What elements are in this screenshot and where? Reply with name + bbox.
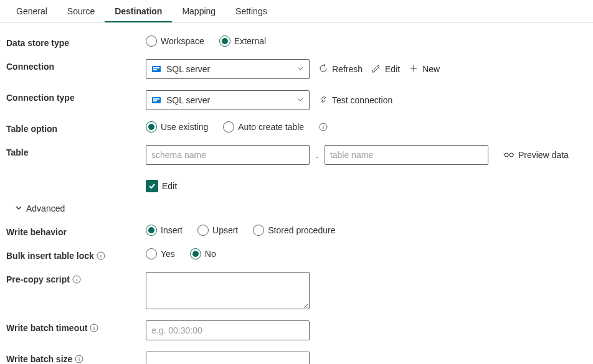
select-connection[interactable]: SQL server xyxy=(146,59,310,79)
info-icon[interactable] xyxy=(75,355,83,363)
new-button[interactable]: New xyxy=(409,63,440,75)
label-write-batch-timeout: Write batch timeout xyxy=(6,320,146,333)
radio-upsert[interactable]: Upsert xyxy=(197,225,238,236)
edit-checkbox-label: Edit xyxy=(162,181,177,191)
sql-server-icon xyxy=(151,64,161,74)
chevron-down-icon xyxy=(296,95,304,105)
pre-copy-script-input[interactable] xyxy=(146,272,310,309)
radio-external[interactable]: External xyxy=(219,35,266,47)
pencil-icon xyxy=(371,63,381,75)
label-pre-copy-script: Pre-copy script xyxy=(6,272,146,284)
edit-label: Edit xyxy=(385,64,400,74)
schema-name-input[interactable] xyxy=(146,145,310,165)
tab-settings[interactable]: Settings xyxy=(225,0,277,22)
radio-upsert-label: Upsert xyxy=(212,225,238,235)
test-connection-button[interactable]: Test connection xyxy=(318,95,392,106)
new-label: New xyxy=(422,64,440,74)
radio-yes-label: Yes xyxy=(161,249,175,259)
svg-rect-4 xyxy=(153,98,159,100)
radio-external-label: External xyxy=(234,36,266,46)
label-data-store-type: Data store type xyxy=(6,35,146,48)
radio-auto-create-table-label: Auto create table xyxy=(238,122,304,132)
connection-icon xyxy=(318,95,328,106)
radio-workspace-label: Workspace xyxy=(161,36,204,46)
radio-stored-procedure-label: Stored procedure xyxy=(268,225,335,235)
info-icon[interactable] xyxy=(319,123,328,131)
tab-bar: General Source Destination Mapping Setti… xyxy=(0,0,593,23)
test-connection-label: Test connection xyxy=(332,95,392,105)
advanced-label: Advanced xyxy=(26,203,65,213)
info-icon[interactable] xyxy=(97,251,105,260)
glasses-icon xyxy=(503,150,515,161)
refresh-icon xyxy=(318,63,328,75)
select-connection-value: SQL server xyxy=(166,64,210,74)
svg-rect-2 xyxy=(153,69,157,70)
tab-source[interactable]: Source xyxy=(57,0,105,22)
write-batch-timeout-input[interactable] xyxy=(146,320,310,340)
dot-separator: . xyxy=(316,150,318,160)
label-connection-type: Connection type xyxy=(6,90,146,103)
label-bulk-insert-table-lock: Bulk insert table lock xyxy=(6,248,146,261)
form-body: Data store type Workspace External Conne… xyxy=(0,23,593,364)
svg-rect-1 xyxy=(153,67,159,68)
radio-use-existing[interactable]: Use existing xyxy=(146,121,208,133)
label-table-option: Table option xyxy=(6,121,146,134)
label-write-behavior: Write behavior xyxy=(6,225,146,237)
radio-no[interactable]: No xyxy=(190,248,216,259)
select-connection-type[interactable]: SQL server xyxy=(146,90,310,110)
tab-general[interactable]: General xyxy=(6,0,57,22)
radio-no-label: No xyxy=(205,249,216,259)
check-icon xyxy=(148,182,156,190)
radio-stored-procedure[interactable]: Stored procedure xyxy=(253,225,335,236)
write-batch-size-input[interactable] xyxy=(146,352,310,364)
advanced-toggle[interactable]: Advanced xyxy=(6,203,65,213)
info-icon[interactable] xyxy=(90,324,98,332)
refresh-button[interactable]: Refresh xyxy=(318,63,363,75)
svg-point-8 xyxy=(510,153,513,157)
radio-use-existing-label: Use existing xyxy=(161,122,208,132)
radio-workspace[interactable]: Workspace xyxy=(146,35,204,47)
chevron-down-icon xyxy=(296,64,304,74)
refresh-label: Refresh xyxy=(332,64,363,74)
edit-checkbox[interactable]: Edit xyxy=(146,180,177,192)
label-connection: Connection xyxy=(6,59,146,72)
svg-point-7 xyxy=(505,153,508,157)
radio-insert[interactable]: Insert xyxy=(146,225,183,236)
preview-data-label: Preview data xyxy=(518,150,569,160)
table-name-input[interactable] xyxy=(325,145,488,165)
svg-rect-5 xyxy=(153,100,157,101)
radio-yes[interactable]: Yes xyxy=(146,248,175,259)
tab-destination[interactable]: Destination xyxy=(105,0,172,22)
edit-button[interactable]: Edit xyxy=(371,63,400,75)
radio-insert-label: Insert xyxy=(161,225,183,235)
label-table: Table xyxy=(6,145,146,157)
chevron-down-icon xyxy=(15,203,22,213)
info-icon[interactable] xyxy=(72,275,81,284)
plus-icon xyxy=(409,63,419,75)
radio-auto-create-table[interactable]: Auto create table xyxy=(223,121,304,133)
tab-mapping[interactable]: Mapping xyxy=(172,0,225,22)
label-write-batch-size: Write batch size xyxy=(6,352,146,364)
select-connection-type-value: SQL server xyxy=(166,95,210,105)
preview-data-button[interactable]: Preview data xyxy=(503,150,569,161)
sql-server-icon xyxy=(151,95,161,105)
